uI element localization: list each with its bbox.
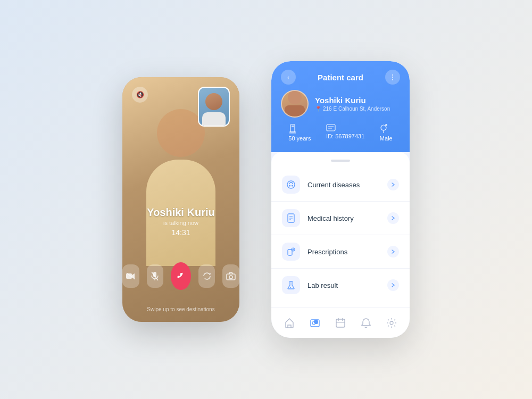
prescriptions-item[interactable]: Prescriptions [271, 235, 410, 269]
caller-name: Yoshiki Kuriu [122, 206, 239, 219]
back-arrow-icon: ‹ [287, 73, 289, 81]
medical-history-item[interactable]: Medical history [271, 202, 410, 235]
gender-stat: Male [380, 124, 393, 142]
patient-details: Yoshiki Kuriu 📍 216 E Calhoun St, Anders… [315, 96, 400, 112]
call-controls-bar [122, 262, 239, 290]
svg-rect-26 [288, 250, 292, 255]
nav-calendar[interactable] [331, 313, 350, 332]
header-top-bar: ‹ Patient card ⋮ [271, 61, 410, 90]
age-icon [288, 124, 311, 134]
patient-header: ‹ Patient card ⋮ Yoshiki Kuriu 📍 216 E C… [271, 61, 410, 152]
patient-info-row: Yoshiki Kuriu 📍 216 E Calhoun St, Anders… [271, 90, 410, 118]
back-button[interactable]: ‹ [281, 70, 296, 85]
camera-button[interactable] [122, 264, 139, 288]
end-call-icon [175, 270, 187, 282]
camera-icon [126, 272, 136, 280]
lab-result-icon [282, 276, 300, 294]
medical-history-icon [282, 209, 300, 227]
nav-home[interactable] [280, 313, 299, 332]
ellipsis-icon: ⋮ [389, 73, 396, 81]
prescriptions-label: Prescriptions [307, 248, 380, 256]
swipe-hint-text: Swipe up to see destinations [122, 306, 239, 312]
caller-info-block: Yoshiki Kuriu is talking now 14:31 [122, 206, 239, 237]
medical-history-label: Medical history [307, 214, 380, 222]
lab-result-label: Lab result [307, 281, 380, 289]
svg-point-20 [289, 185, 290, 187]
age-value: 50 years [288, 135, 311, 142]
svg-rect-8 [292, 126, 294, 127]
patient-name: Yoshiki Kuriu [315, 96, 400, 105]
svg-rect-36 [336, 319, 345, 327]
video-call-phone: 🔇 Yoshiki Kuriu is talking now 14:31 [122, 77, 239, 322]
current-diseases-label: Current diseases [307, 181, 380, 189]
patient-stats-row: 50 years ID: 567897431 [271, 118, 410, 144]
top-mute-button[interactable]: 🔇 [132, 87, 148, 103]
lab-result-item[interactable]: Lab result [271, 269, 410, 302]
flip-camera-button[interactable] [198, 264, 215, 288]
call-duration: 14:31 [122, 228, 239, 237]
gender-value: Male [380, 135, 393, 142]
drag-handle [331, 160, 350, 162]
age-stat: 50 years [288, 124, 311, 142]
svg-rect-11 [327, 124, 335, 131]
camera-snapshot-icon [226, 272, 236, 280]
nav-settings[interactable] [382, 313, 401, 332]
id-icon [326, 124, 364, 131]
doctor-body-pip [202, 112, 226, 127]
current-diseases-arrow [387, 179, 399, 190]
svg-point-6 [229, 276, 232, 279]
gender-icon [380, 124, 393, 134]
nav-patient-card[interactable] [305, 313, 325, 332]
location-icon: 📍 [315, 106, 321, 112]
more-options-button[interactable]: ⋮ [385, 70, 400, 85]
svg-point-19 [287, 181, 295, 188]
microphone-off-icon [151, 271, 159, 281]
avatar-body [285, 105, 305, 117]
patient-address: 📍 216 E Calhoun St, Anderson [315, 106, 400, 112]
current-diseases-icon [282, 176, 300, 194]
patient-card-phone: ‹ Patient card ⋮ Yoshiki Kuriu 📍 216 E C… [271, 61, 410, 338]
caller-video-feed [138, 109, 223, 279]
avatar-head [288, 90, 302, 104]
id-stat: ID: 567897431 [326, 124, 364, 142]
video-background: 🔇 Yoshiki Kuriu is talking now 14:31 [122, 77, 239, 322]
svg-point-21 [292, 185, 293, 187]
patient-content-area: Current diseases Medical history [271, 152, 410, 307]
id-value: ID: 567897431 [326, 133, 364, 139]
caller-status: is talking now [122, 220, 239, 226]
pip-doctor-video[interactable] [198, 87, 230, 127]
mic-mute-button[interactable] [147, 264, 164, 288]
doctor-head-pip [205, 93, 222, 110]
current-diseases-item[interactable]: Current diseases [271, 168, 410, 202]
lab-result-arrow [387, 279, 399, 291]
screenshot-button[interactable] [222, 264, 239, 288]
nav-notifications[interactable] [356, 313, 376, 332]
prescriptions-icon [282, 243, 300, 261]
medical-history-arrow [387, 212, 399, 224]
svg-point-40 [390, 321, 393, 325]
patient-avatar [281, 90, 309, 118]
nav-badge [314, 320, 318, 324]
page-title: Patient card [318, 73, 363, 82]
flip-camera-icon [202, 271, 212, 281]
bottom-navigation [271, 307, 410, 338]
end-call-button[interactable] [171, 262, 190, 290]
mute-icon: 🔇 [136, 91, 144, 98]
prescriptions-arrow [387, 246, 399, 257]
svg-point-31 [290, 287, 291, 288]
